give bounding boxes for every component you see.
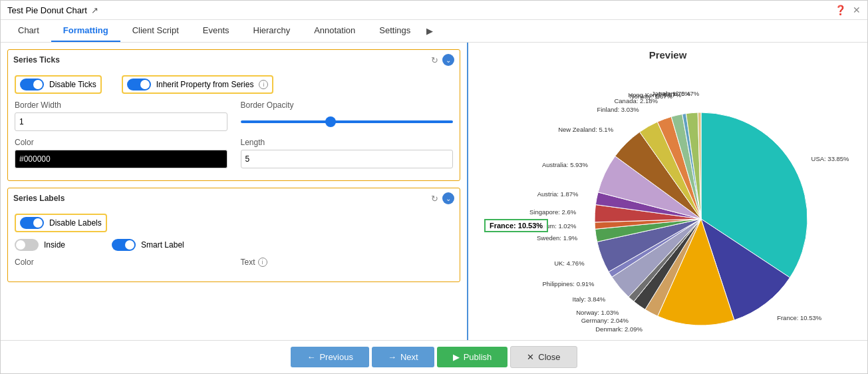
series-labels-title: Series Labels (13, 194, 65, 203)
publish-icon: ▶ (453, 352, 460, 362)
disable-labels-toggle[interactable] (20, 217, 44, 229)
inherit-toggle[interactable] (127, 79, 151, 91)
right-panel: Preview USA: 33.85%France: 10.53%Spain: … (468, 43, 867, 340)
smart-label-toggle[interactable] (112, 239, 136, 251)
svg-text:Finland: 3.03%: Finland: 3.03% (597, 106, 639, 113)
tab-client-script[interactable]: Client Script (120, 20, 191, 42)
tab-bar: Chart Formatting Client Script Events Hi… (1, 20, 867, 43)
external-link-icon[interactable]: ↗ (91, 5, 98, 15)
border-opacity-field: Border Opacity (241, 100, 454, 131)
help-icon[interactable]: ❓ (835, 5, 846, 15)
tab-more-icon[interactable]: ▶ (422, 21, 437, 41)
border-opacity-slider[interactable] (241, 112, 454, 131)
labels-text-label: Text i (241, 258, 454, 267)
labels-color-field: Color (15, 258, 227, 270)
preview-title: Preview (649, 49, 687, 61)
series-ticks-section: Series Ticks ↻ ⌄ Disable Ticks (7, 49, 460, 181)
length-label: Length (241, 138, 454, 147)
svg-text:Singapore: 2.6%: Singapore: 2.6% (529, 208, 577, 216)
pie-chart-container: USA: 33.85%France: 10.53%Spain: 11.6%Den… (475, 66, 861, 340)
inside-group: Inside (15, 239, 65, 251)
series-labels-section: Series Labels ↻ ⌄ Disable Labels (7, 188, 460, 282)
length-field: Length (241, 138, 454, 168)
color-input[interactable]: #000000 (15, 150, 227, 168)
svg-text:Italy: 3.84%: Italy: 3.84% (573, 295, 606, 303)
disable-labels-group: Disable Labels (15, 214, 107, 232)
tab-settings[interactable]: Settings (367, 20, 422, 42)
svg-text:Norway: 1.03%: Norway: 1.03% (576, 309, 619, 316)
svg-text:Germany: 2.04%: Germany: 2.04% (581, 317, 629, 324)
color-value: #000000 (19, 154, 51, 164)
svg-text:USA: 33.85%: USA: 33.85% (811, 155, 850, 162)
pie-chart-svg: USA: 33.85%France: 10.53%Spain: 11.6%Den… (475, 66, 861, 340)
labels-text-field: Text i (241, 258, 454, 270)
disable-ticks-toggle[interactable] (20, 79, 44, 91)
color-label: Color (15, 138, 227, 147)
inside-toggle[interactable] (15, 239, 39, 251)
series-ticks-title: Series Ticks (13, 55, 60, 65)
border-width-input[interactable] (15, 112, 227, 131)
tab-annotation[interactable]: Annotation (302, 20, 367, 42)
next-arrow-icon: → (388, 352, 396, 362)
svg-text:Australia: 5.93%: Australia: 5.93% (542, 161, 589, 168)
close-x-icon: ✕ (527, 352, 534, 362)
window-close-icon[interactable]: ✕ (853, 5, 861, 15)
disable-ticks-group: Disable Ticks (15, 75, 102, 94)
border-width-label: Border Width (15, 100, 227, 110)
tab-hierarchy[interactable]: Hierarchy (241, 20, 303, 42)
disable-ticks-label: Disable Ticks (49, 80, 96, 89)
inside-label: Inside (44, 240, 65, 250)
labels-color-label: Color (15, 258, 227, 267)
length-input[interactable] (241, 150, 454, 168)
left-panel: Series Ticks ↻ ⌄ Disable Ticks (1, 43, 468, 340)
svg-text:Denmark: 2.09%: Denmark: 2.09% (595, 325, 643, 333)
close-button[interactable]: ✕ Close (510, 346, 577, 368)
svg-text:Spain: 11.6%: Spain: 11.6% (657, 339, 695, 340)
border-width-field: Border Width (15, 100, 227, 131)
svg-text:Sweden: 1.9%: Sweden: 1.9% (537, 234, 578, 242)
next-button[interactable]: → Next (372, 347, 434, 367)
border-opacity-label: Border Opacity (241, 100, 454, 110)
smart-label-label: Smart Label (141, 240, 184, 250)
inherit-group: Inherit Property from Series i (122, 75, 274, 94)
tab-formatting[interactable]: Formatting (51, 20, 120, 42)
series-ticks-expand-icon[interactable]: ⌄ (442, 54, 454, 66)
publish-button[interactable]: ▶ Publish (437, 347, 508, 367)
svg-text:Ireland: 0.47%: Ireland: 0.47% (658, 90, 700, 97)
svg-text:Philippines: 0.91%: Philippines: 0.91% (542, 280, 595, 287)
series-labels-expand-icon[interactable]: ⌄ (442, 192, 454, 204)
inherit-label: Inherit Property from Series (156, 80, 254, 89)
window-title: Test Pie Donut Chart (7, 5, 87, 15)
inherit-info-icon[interactable]: i (259, 80, 268, 89)
tab-chart[interactable]: Chart (6, 20, 51, 42)
france-highlight: France: 10.53% (484, 219, 548, 232)
series-labels-refresh-icon[interactable]: ↻ (431, 194, 438, 204)
tab-events[interactable]: Events (191, 20, 241, 42)
disable-labels-label: Disable Labels (49, 218, 102, 228)
smart-label-group: Smart Label (112, 239, 184, 251)
prev-arrow-icon: ← (307, 352, 315, 362)
text-info-icon[interactable]: i (258, 258, 267, 267)
previous-button[interactable]: ← Previous (291, 347, 369, 367)
bottom-bar: ← Previous → Next ▶ Publish ✕ Close (1, 340, 867, 373)
svg-text:New Zealand: 5.1%: New Zealand: 5.1% (558, 126, 613, 133)
svg-text:Austria: 1.87%: Austria: 1.87% (537, 190, 579, 198)
svg-text:UK: 4.76%: UK: 4.76% (554, 260, 585, 267)
color-field: Color #000000 (15, 138, 227, 168)
series-ticks-refresh-icon[interactable]: ↻ (431, 55, 438, 65)
svg-text:France: 10.53%: France: 10.53% (777, 314, 822, 321)
